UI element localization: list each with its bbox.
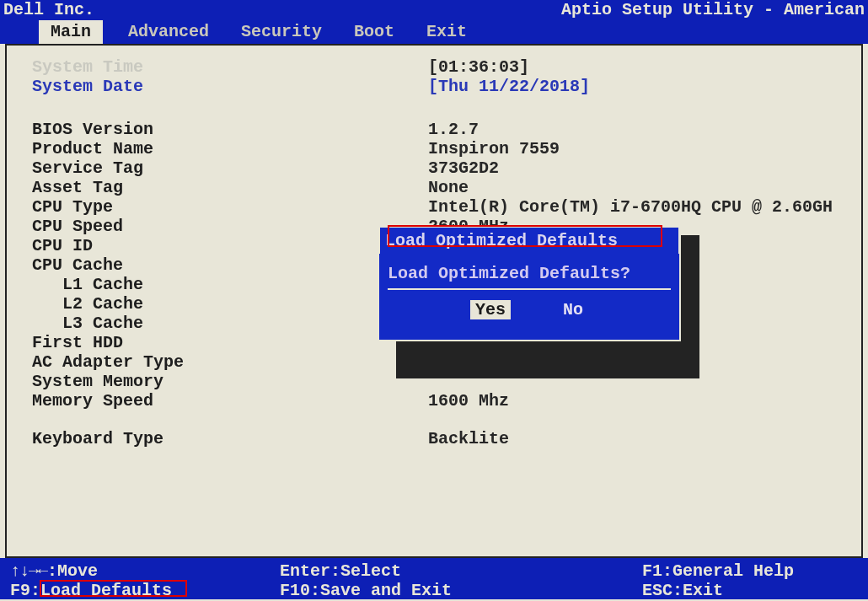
footer-bar: ↑↓→←:Move Enter:Select F1:General Help F… — [0, 558, 868, 599]
row-bios-version: BIOS Version 1.2.7 — [32, 120, 846, 139]
value-product-name: Inspiron 7559 — [428, 139, 560, 158]
label-memory-speed: Memory Speed — [32, 391, 428, 411]
hint-f1: F1:General Help — [642, 561, 860, 581]
row-system-time[interactable]: System Time [01:36:03] — [32, 57, 846, 77]
label-product-name: Product Name — [32, 139, 428, 158]
label-system-date: System Date — [32, 77, 428, 96]
value-service-tag: 373G2D2 — [428, 158, 499, 178]
tab-boot[interactable]: Boot — [347, 20, 401, 44]
label-system-memory: System Memory — [32, 372, 428, 391]
tab-main[interactable]: Main — [39, 20, 103, 44]
label-ac-adapter: AC Adapter Type — [32, 352, 428, 372]
row-system-date[interactable]: System Date [Thu 11/22/2018] — [32, 77, 846, 96]
tab-exit[interactable]: Exit — [420, 20, 474, 44]
dialog-no-button[interactable]: No — [558, 300, 588, 319]
hint-f9-key: F9: — [10, 581, 40, 600]
row-product-name: Product Name Inspiron 7559 — [32, 139, 846, 158]
hint-f10: F10:Save and Exit — [280, 581, 642, 600]
row-service-tag: Service Tag 373G2D2 — [32, 158, 846, 178]
value-cpu-type: Intel(R) Core(TM) i7-6700HQ CPU @ 2.60GH — [428, 197, 833, 217]
label-service-tag: Service Tag — [32, 158, 428, 178]
label-l3-cache: L3 Cache — [32, 314, 428, 333]
hint-esc: ESC:Exit — [642, 581, 860, 600]
label-l1-cache: L1 Cache — [32, 275, 428, 294]
tab-advanced[interactable]: Advanced — [121, 20, 216, 44]
value-system-date: [Thu 11/22/2018] — [428, 77, 590, 96]
label-cpu-type: CPU Type — [32, 197, 428, 217]
arrow-keys-icon: ↑↓→← — [10, 561, 47, 581]
tab-bar: Main Advanced Security Boot Exit — [0, 20, 868, 44]
label-first-hdd: First HDD — [32, 333, 428, 352]
load-defaults-dialog: Load Optimized Defaults Load Optimized D… — [378, 225, 681, 341]
bios-header: Dell Inc. Aptio Setup Utility - American — [0, 0, 868, 20]
label-cpu-cache: CPU Cache — [32, 255, 428, 275]
value-keyboard-type: Backlite — [428, 429, 509, 448]
hint-enter: Enter:Select — [280, 561, 642, 581]
dialog-title: Load Optimized Defaults — [378, 225, 681, 254]
value-memory-speed: 1600 Mhz — [428, 391, 509, 411]
main-panel: System Time [01:36:03] System Date [Thu … — [5, 44, 863, 558]
tab-security[interactable]: Security — [234, 20, 329, 44]
label-asset-tag: Asset Tag — [32, 178, 428, 197]
row-asset-tag: Asset Tag None — [32, 178, 846, 197]
value-system-time: [01:36:03] — [428, 57, 529, 77]
label-keyboard-type: Keyboard Type — [32, 429, 428, 448]
vendor-name: Dell Inc. — [3, 0, 94, 20]
row-keyboard-type: Keyboard Type Backlite — [32, 429, 846, 448]
label-cpu-speed: CPU Speed — [32, 217, 428, 236]
hint-move: :Move — [47, 561, 98, 581]
utility-name: Aptio Setup Utility - American — [561, 0, 865, 20]
value-bios-version: 1.2.7 — [428, 120, 479, 139]
label-l2-cache: L2 Cache — [32, 294, 428, 314]
row-memory-speed: Memory Speed 1600 Mhz — [32, 391, 846, 411]
dialog-yes-button[interactable]: Yes — [470, 300, 511, 319]
dialog-message: Load Optimized Defaults? — [388, 264, 630, 283]
value-asset-tag: None — [428, 178, 469, 197]
label-cpu-id: CPU ID — [32, 236, 428, 255]
row-cpu-type: CPU Type Intel(R) Core(TM) i7-6700HQ CPU… — [32, 197, 846, 217]
label-bios-version: BIOS Version — [32, 120, 428, 139]
label-system-time: System Time — [32, 57, 428, 77]
hint-f9-label: Load Defaults — [40, 581, 172, 600]
